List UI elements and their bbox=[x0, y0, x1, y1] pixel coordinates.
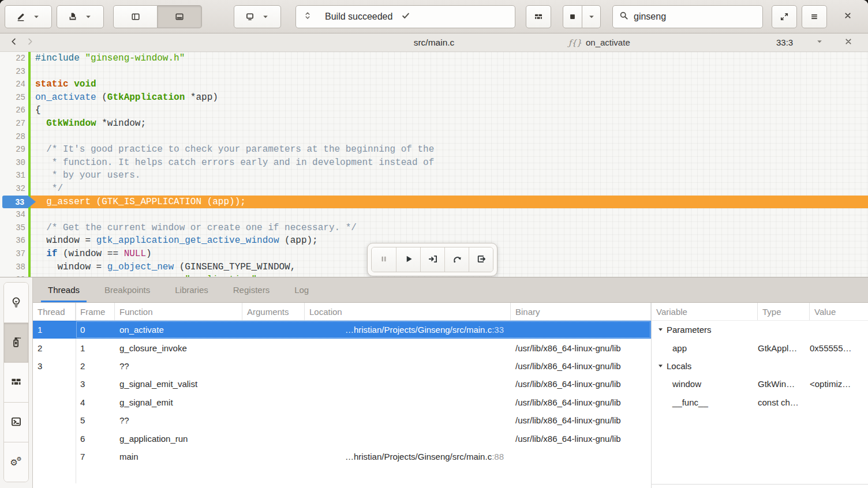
window-close-button[interactable] bbox=[843, 11, 852, 22]
step-out-button[interactable] bbox=[469, 247, 493, 272]
menu-button[interactable] bbox=[802, 5, 827, 28]
source-editor[interactable]: 22#include "ginseng-window.h"2324static … bbox=[0, 52, 868, 277]
column-header[interactable]: Thread bbox=[33, 303, 76, 320]
omnibar[interactable]: Build succeeded bbox=[295, 5, 515, 28]
pause-button[interactable] bbox=[372, 247, 396, 272]
code-line[interactable]: 24static void bbox=[0, 78, 868, 91]
column-header[interactable]: Binary bbox=[511, 303, 651, 320]
rail-todo-button[interactable] bbox=[4, 283, 28, 322]
step-in-button[interactable] bbox=[420, 247, 444, 272]
global-search[interactable] bbox=[612, 5, 763, 28]
stack-frame-row[interactable]: 5??/usr/lib/x86_64-linux-gnu/lib bbox=[33, 411, 651, 429]
variables-panel: VariableTypeValue ParametersappGtkAppl…0… bbox=[651, 303, 868, 488]
line-number[interactable]: 29 bbox=[0, 143, 25, 156]
open-document-button[interactable] bbox=[57, 5, 104, 28]
column-header[interactable]: Frame bbox=[76, 303, 115, 320]
code-line[interactable]: 26{ bbox=[0, 104, 868, 117]
cell: 2 bbox=[33, 339, 76, 356]
code-line[interactable]: 30 * function. It helps catch errors ear… bbox=[0, 156, 868, 170]
code-line[interactable]: 35 /* Get the current window or create o… bbox=[0, 222, 868, 235]
cell: 3 bbox=[33, 357, 76, 375]
code-line[interactable]: 31 * by your users. bbox=[0, 169, 868, 182]
column-header[interactable]: Arguments bbox=[242, 303, 305, 320]
svg-text:⚙: ⚙ bbox=[17, 456, 22, 462]
column-header[interactable]: Value bbox=[810, 303, 868, 320]
rail-button-group: ⚙⚙ bbox=[3, 282, 29, 482]
tab-threads[interactable]: Threads bbox=[41, 277, 87, 302]
column-header[interactable]: Function bbox=[115, 303, 242, 320]
line-number[interactable]: 34 bbox=[0, 208, 25, 222]
current-symbol[interactable]: ƒ{} on_activate bbox=[568, 33, 630, 51]
variable-group-row[interactable]: Locals bbox=[652, 357, 868, 375]
document-close-button[interactable] bbox=[844, 33, 853, 51]
rail-terminal-button[interactable] bbox=[4, 402, 28, 442]
panel-toggle-group bbox=[113, 5, 202, 28]
column-header[interactable]: Type bbox=[758, 303, 810, 320]
variable-row[interactable]: windowGtkWin…<optimiz… bbox=[652, 375, 868, 393]
tab-registers[interactable]: Registers bbox=[226, 277, 276, 302]
line-number[interactable]: 23 bbox=[0, 65, 25, 78]
step-over-button[interactable] bbox=[444, 247, 469, 272]
stop-button-group bbox=[563, 5, 601, 28]
document-menu-button[interactable] bbox=[815, 33, 824, 51]
line-number[interactable]: 27 bbox=[0, 117, 25, 130]
expander-triangle-icon[interactable] bbox=[652, 363, 667, 369]
cell: 5 bbox=[76, 411, 115, 429]
stop-menu-button[interactable] bbox=[582, 5, 601, 28]
stack-frame-row[interactable]: 4g_signal_emit/usr/lib/x86_64-linux-gnu/… bbox=[33, 393, 651, 411]
stop-button[interactable] bbox=[563, 5, 582, 28]
rail-build-pipeline-button[interactable] bbox=[4, 362, 28, 402]
tab-log[interactable]: Log bbox=[287, 277, 316, 302]
line-number[interactable]: 26 bbox=[0, 104, 25, 117]
line-number[interactable]: 31 bbox=[0, 169, 25, 182]
line-number[interactable]: 36 bbox=[0, 234, 25, 247]
variable-row[interactable]: appGtkAppl…0x55555… bbox=[652, 339, 868, 356]
tab-libraries[interactable]: Libraries bbox=[168, 277, 215, 302]
edit-mode-button[interactable] bbox=[5, 5, 52, 28]
column-header[interactable]: Variable bbox=[652, 303, 758, 320]
toggle-bottom-panel[interactable] bbox=[158, 5, 202, 28]
code-line[interactable]: 28 bbox=[0, 130, 868, 144]
toggle-left-panel[interactable] bbox=[113, 5, 158, 28]
code-line[interactable]: 32 */ bbox=[0, 182, 868, 196]
tab-breakpoints[interactable]: Breakpoints bbox=[98, 277, 157, 302]
code-line[interactable]: 33 g_assert (GTK_IS_APPLICATION (app));3… bbox=[0, 196, 868, 209]
code-line[interactable]: 34 bbox=[0, 208, 868, 222]
line-number[interactable]: 35 bbox=[0, 222, 25, 235]
document-header: src/main.c ƒ{} on_activate 33:3 bbox=[0, 33, 868, 52]
fullscreen-button[interactable] bbox=[772, 5, 797, 28]
code-line[interactable]: 23 bbox=[0, 65, 868, 78]
variable-row[interactable]: __func__const ch… bbox=[652, 393, 868, 411]
rail-debugger-button[interactable] bbox=[4, 322, 28, 362]
line-number[interactable]: 24 bbox=[0, 78, 25, 91]
line-number[interactable]: 38 bbox=[0, 261, 25, 274]
stack-frame-row[interactable]: 21g_closure_invoke/usr/lib/x86_64-linux-… bbox=[33, 339, 651, 356]
cell: 1 bbox=[76, 339, 115, 356]
cell bbox=[33, 411, 76, 429]
line-number[interactable]: 28 bbox=[0, 130, 25, 144]
code-line[interactable]: 25on_activate (GtkApplication *app) bbox=[0, 91, 868, 104]
line-number[interactable]: 32 bbox=[0, 182, 25, 196]
continue-button[interactable] bbox=[396, 247, 420, 272]
line-number[interactable]: 25 bbox=[0, 91, 25, 104]
rail-settings-button[interactable]: ⚙⚙ bbox=[4, 442, 28, 482]
code-line[interactable]: 22#include "ginseng-window.h" bbox=[0, 52, 868, 65]
variable-group-row[interactable]: Parameters bbox=[652, 321, 868, 339]
stack-frame-row[interactable]: 6g_application_run/usr/lib/x86_64-linux-… bbox=[33, 429, 651, 447]
line-number[interactable]: 22 bbox=[0, 52, 25, 65]
line-number[interactable]: 30 bbox=[0, 156, 25, 170]
code-line[interactable]: 27 GtkWindow *window; bbox=[0, 117, 868, 130]
stack-frame-row[interactable]: 3g_signal_emit_valist/usr/lib/x86_64-lin… bbox=[33, 375, 651, 393]
build-button[interactable] bbox=[526, 5, 551, 28]
device-selector-button[interactable] bbox=[234, 5, 281, 28]
code-line[interactable]: 29 /* It's good practice to check your p… bbox=[0, 143, 868, 156]
cell: g_application_run bbox=[115, 429, 242, 447]
line-number[interactable]: 37 bbox=[0, 247, 25, 261]
step-over-icon bbox=[452, 254, 462, 266]
search-input[interactable] bbox=[634, 12, 756, 22]
expander-triangle-icon[interactable] bbox=[652, 326, 667, 333]
stack-frame-row[interactable]: 7main…hristian/Projects/Ginseng/src/main… bbox=[33, 448, 651, 466]
stack-frame-row[interactable]: 10on_activate…hristian/Projects/Ginseng/… bbox=[33, 321, 651, 339]
column-header[interactable]: Location bbox=[305, 303, 511, 320]
stack-frame-row[interactable]: 32??/usr/lib/x86_64-linux-gnu/lib bbox=[33, 357, 651, 375]
